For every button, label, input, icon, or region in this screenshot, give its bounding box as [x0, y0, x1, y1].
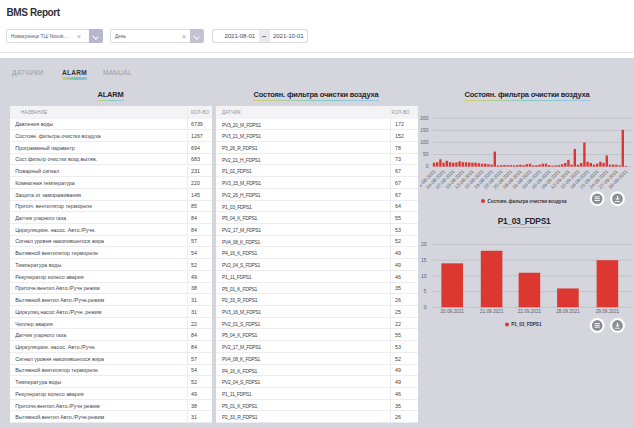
- svg-text:Состоян. фильтра очистки возду: Состоян. фильтра очистки воздуха: [488, 198, 567, 204]
- svg-text:0: 0: [426, 164, 429, 169]
- svg-text:200: 200: [420, 116, 428, 121]
- svg-text:29.09.2021: 29.09.2021: [596, 309, 620, 314]
- svg-text:0: 0: [424, 305, 427, 310]
- svg-text:15: 15: [421, 258, 427, 263]
- svg-text:20.09.2021: 20.09.2021: [440, 309, 464, 314]
- svg-text:28.09.2021: 28.09.2021: [556, 309, 580, 314]
- svg-text:5: 5: [424, 289, 427, 294]
- svg-text:100: 100: [420, 140, 428, 145]
- svg-text:21.09.2021: 21.09.2021: [480, 309, 504, 314]
- svg-text:10: 10: [421, 274, 427, 279]
- svg-text:20: 20: [421, 242, 427, 247]
- svg-text:22.09.2021: 22.09.2021: [518, 309, 542, 314]
- svg-text:150: 150: [420, 128, 428, 133]
- svg-text:50: 50: [423, 152, 429, 157]
- svg-text:P1_03_FDPS1: P1_03_FDPS1: [511, 322, 542, 327]
